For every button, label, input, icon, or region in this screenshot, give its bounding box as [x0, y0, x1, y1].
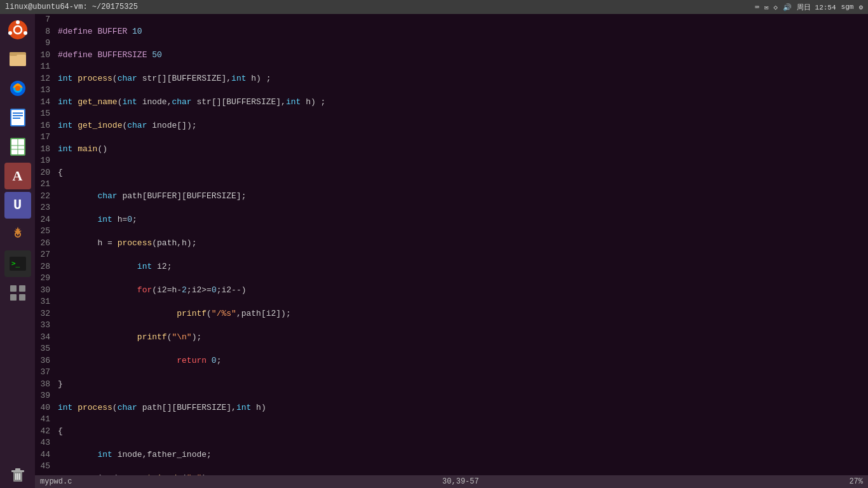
- statusbar-percent: 27%: [849, 477, 863, 486]
- files-icon[interactable]: [4, 46, 31, 72]
- main-area: A U >_ 7 8 9 10 11 12 13: [0, 14, 868, 488]
- mail-icon: ✉: [764, 3, 769, 11]
- svg-point-4: [8, 31, 12, 35]
- statusbar-filename: mypwd.c: [40, 477, 72, 486]
- svg-point-10: [15, 86, 20, 91]
- libreoffice-calc-icon[interactable]: [4, 133, 31, 160]
- svg-rect-14: [13, 115, 23, 116]
- svg-rect-13: [13, 112, 23, 114]
- code-lines[interactable]: #define BUFFER 10 #define BUFFERSIZE 50 …: [55, 14, 868, 475]
- code-content: 7 8 9 10 11 12 13 14 15 16 17 18 19 20 2…: [35, 14, 868, 475]
- svg-point-3: [24, 31, 27, 35]
- font-icon[interactable]: A: [4, 163, 31, 189]
- uberwriter-icon[interactable]: U: [4, 192, 31, 219]
- user-display: sgm: [841, 3, 854, 11]
- terminal-icon[interactable]: >_: [4, 250, 31, 277]
- svg-rect-24: [10, 285, 17, 292]
- trash-icon[interactable]: [4, 461, 31, 488]
- topbar: linux@ubuntu64-vm: ~/20175325 ⌨ ✉ ◇ 🔊 周日…: [0, 0, 868, 14]
- volume-icon: 🔊: [783, 3, 792, 11]
- svg-text:>_: >_: [11, 259, 20, 268]
- datetime-display: 周日 12:54: [797, 3, 836, 12]
- topbar-title: linux@ubuntu64-vm: ~/20175325: [5, 3, 138, 11]
- svg-rect-26: [10, 294, 17, 301]
- svg-rect-25: [19, 285, 25, 292]
- svg-rect-15: [13, 118, 20, 119]
- topbar-left: linux@ubuntu64-vm: ~/20175325: [5, 3, 138, 11]
- uberwriter-icon-label: U: [13, 198, 22, 214]
- code-area: 7 8 9 10 11 12 13 14 15 16 17 18 19 20 2…: [35, 14, 868, 488]
- keyboard-icon: ⌨: [755, 3, 759, 11]
- font-icon-label: A: [13, 168, 23, 184]
- libreoffice-writer-icon[interactable]: [4, 104, 31, 131]
- grid-icon[interactable]: [4, 280, 31, 306]
- topbar-right: ⌨ ✉ ◇ 🔊 周日 12:54 sgm ⚙: [755, 3, 863, 12]
- network-icon: ◇: [773, 3, 778, 11]
- ubuntu-icon[interactable]: [4, 17, 31, 43]
- settings-icon[interactable]: [4, 221, 31, 248]
- svg-rect-27: [19, 294, 25, 301]
- sidebar: A U >_: [0, 14, 35, 488]
- svg-rect-6: [10, 55, 26, 66]
- svg-rect-30: [15, 468, 20, 471]
- svg-point-2: [16, 20, 20, 24]
- power-icon: ⚙: [858, 3, 863, 11]
- firefox-icon[interactable]: [4, 75, 31, 102]
- statusbar-position: 30,39-57: [442, 477, 479, 486]
- svg-rect-7: [10, 52, 17, 56]
- statusbar: mypwd.c 30,39-57 27%: [35, 475, 868, 488]
- line-numbers: 7 8 9 10 11 12 13 14 15 16 17 18 19 20 2…: [35, 14, 55, 475]
